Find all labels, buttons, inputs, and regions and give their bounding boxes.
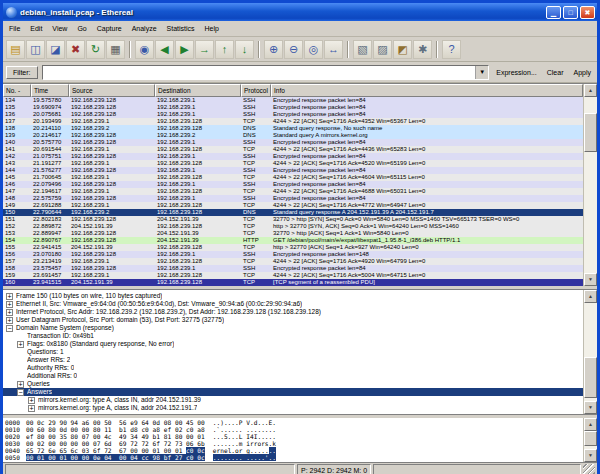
packet-row-155[interactable]: 15522.941415204.152.191.39192.168.239.12… bbox=[3, 244, 583, 251]
collapse-icon[interactable]: − bbox=[17, 389, 24, 396]
menu-edit[interactable]: Edit bbox=[25, 23, 47, 34]
coloring-rules-icon[interactable]: ◩ bbox=[393, 40, 412, 59]
packet-row-150[interactable]: 15022.790644192.168.239.2192.168.239.128… bbox=[3, 209, 583, 216]
column-header-info[interactable]: Info bbox=[271, 84, 583, 97]
hex-line[interactable]: 001000 60 80 0d 00 00 80 11 b1 d8 c0 a8 … bbox=[5, 426, 581, 433]
display-filters-icon[interactable]: ▨ bbox=[373, 40, 392, 59]
tree-node[interactable]: Questions: 1 bbox=[3, 348, 583, 356]
scroll-up-icon[interactable]: ▲ bbox=[584, 418, 597, 431]
packet-row-159[interactable]: 15923.691457192.168.239.1192.168.239.128… bbox=[3, 272, 583, 279]
menu-help[interactable]: Help bbox=[200, 23, 224, 34]
scroll-down-icon[interactable]: ▼ bbox=[584, 401, 597, 414]
tree-node[interactable]: −Domain Name System (response) bbox=[3, 324, 583, 332]
go-forward-icon[interactable]: ▶ bbox=[175, 40, 194, 59]
packet-row-136[interactable]: 13620.075681192.168.239.128192.168.239.1… bbox=[3, 111, 583, 118]
tree-node[interactable]: Authority RRs: 0 bbox=[3, 364, 583, 372]
expand-icon[interactable]: + bbox=[28, 397, 35, 404]
scrollbar-track[interactable] bbox=[584, 431, 597, 449]
go-to-packet-icon[interactable]: → bbox=[195, 40, 214, 59]
tree-node[interactable]: +Ethernet II, Src: Vmware_e9:64:0d (00:5… bbox=[3, 300, 583, 308]
packet-row-143[interactable]: 14321.191277192.168.239.1192.168.239.128… bbox=[3, 160, 583, 167]
column-header-time[interactable]: Time bbox=[31, 84, 69, 97]
packet-row-142[interactable]: 14221.075751192.168.239.128192.168.239.1… bbox=[3, 153, 583, 160]
capture-filters-icon[interactable]: ▧ bbox=[353, 40, 372, 59]
zoom-in-icon[interactable]: ⊕ bbox=[264, 40, 283, 59]
tree-node[interactable]: Answer RRs: 2 bbox=[3, 356, 583, 364]
filter-input[interactable] bbox=[43, 66, 476, 79]
tree-node[interactable]: +Frame 150 (110 bytes on wire, 110 bytes… bbox=[3, 292, 583, 300]
resize-columns-icon[interactable]: ↔ bbox=[324, 40, 343, 59]
details-scrollbar[interactable]: ▲ ▼ bbox=[583, 290, 597, 414]
expand-icon[interactable]: + bbox=[28, 405, 35, 412]
scrollbar-thumb[interactable] bbox=[584, 431, 597, 445]
clear-button[interactable]: Clear bbox=[544, 67, 567, 78]
tree-node[interactable]: +mirrors.kernel.org: type A, class IN, a… bbox=[3, 404, 583, 412]
expand-icon[interactable]: + bbox=[6, 309, 13, 316]
reload-icon[interactable]: ↻ bbox=[86, 40, 105, 59]
expand-icon[interactable]: + bbox=[17, 381, 24, 388]
help-icon[interactable]: ? bbox=[442, 40, 461, 59]
tree-node[interactable]: Transaction ID: 0x49b1 bbox=[3, 332, 583, 340]
scrollbar-track[interactable] bbox=[584, 97, 597, 273]
menu-go[interactable]: Go bbox=[72, 23, 91, 34]
packet-row-138[interactable]: 13820.214110192.168.239.2192.168.239.128… bbox=[3, 125, 583, 132]
packet-row-149[interactable]: 14922.691288192.168.239.1192.168.239.128… bbox=[3, 202, 583, 209]
menu-statistics[interactable]: Statistics bbox=[162, 23, 200, 34]
menu-analyze[interactable]: Analyze bbox=[127, 23, 162, 34]
tree-node[interactable]: +Internet Protocol, Src Addr: 192.168.23… bbox=[3, 308, 583, 316]
expression-button[interactable]: Expression... bbox=[493, 67, 539, 78]
zoom-out-icon[interactable]: ⊖ bbox=[284, 40, 303, 59]
preferences-icon[interactable]: ✱ bbox=[413, 40, 432, 59]
packet-row-153[interactable]: 15322.889947192.168.239.128204.152.191.3… bbox=[3, 230, 583, 237]
find-packet-icon[interactable]: ◉ bbox=[135, 40, 154, 59]
print-icon[interactable]: ▦ bbox=[106, 40, 125, 59]
packet-row-139[interactable]: 13920.214617192.168.239.128192.168.239.2… bbox=[3, 132, 583, 139]
expand-icon[interactable]: + bbox=[6, 301, 13, 308]
packet-list-scrollbar[interactable]: ▲ ▼ bbox=[583, 84, 597, 286]
packet-row-157[interactable]: 15723.213419192.168.239.1192.168.239.128… bbox=[3, 258, 583, 265]
tree-node[interactable]: +mirrors.kernel.org: type A, class IN, a… bbox=[3, 396, 583, 404]
tree-node[interactable]: +Flags: 0x8180 (Standard query response,… bbox=[3, 340, 583, 348]
hex-line[interactable]: 0020ef 80 00 35 80 07 00 4c 49 34 49 b1 … bbox=[5, 433, 581, 440]
packet-row-156[interactable]: 15623.070180192.168.239.128192.168.239.1… bbox=[3, 251, 583, 258]
packet-row-135[interactable]: 13519.690974192.168.239.128192.168.239.1… bbox=[3, 104, 583, 111]
scroll-up-icon[interactable]: ▲ bbox=[584, 290, 597, 303]
scrollbar-thumb[interactable] bbox=[584, 113, 597, 152]
column-header-destination[interactable]: Destination bbox=[155, 84, 241, 97]
go-back-icon[interactable]: ◀ bbox=[155, 40, 174, 59]
collapse-icon[interactable]: − bbox=[6, 325, 13, 332]
close-button[interactable]: ✖ bbox=[580, 6, 595, 19]
packet-row-137[interactable]: 13720.193499192.168.239.1192.168.239.128… bbox=[3, 118, 583, 125]
tree-node[interactable]: −Answers bbox=[3, 388, 583, 396]
column-header-source[interactable]: Source bbox=[69, 84, 155, 97]
packet-row-146[interactable]: 14622.079496192.168.239.128192.168.239.1… bbox=[3, 181, 583, 188]
packet-row-148[interactable]: 14822.575759192.168.239.128192.168.239.1… bbox=[3, 195, 583, 202]
packet-row-152[interactable]: 15222.889872204.152.191.39192.168.239.12… bbox=[3, 223, 583, 230]
hex-line[interactable]: 000000 0c 29 90 94 a6 00 50 56 e9 64 0d … bbox=[5, 419, 581, 426]
resize-grip[interactable] bbox=[583, 464, 595, 474]
hex-line[interactable]: 003000 02 00 00 00 00 07 6d 69 72 72 6f … bbox=[5, 440, 581, 447]
maximize-button[interactable]: □ bbox=[563, 6, 578, 19]
packet-row-134[interactable]: 13419.575780192.168.239.128192.168.239.1… bbox=[3, 97, 583, 104]
packet-row-154[interactable]: 15422.890767192.168.239.128204.152.191.3… bbox=[3, 237, 583, 244]
packet-row-151[interactable]: 15122.802183192.168.239.128204.152.191.3… bbox=[3, 216, 583, 223]
menu-view[interactable]: View bbox=[47, 23, 72, 34]
scrollbar-thumb[interactable] bbox=[584, 357, 597, 398]
packet-row-158[interactable]: 15823.575457192.168.239.128192.168.239.1… bbox=[3, 265, 583, 272]
hex-line[interactable]: 005000 01 00 01 00 00 0e 04 00 04 cc 98 … bbox=[5, 454, 581, 461]
expand-icon[interactable]: + bbox=[6, 293, 13, 300]
packet-row-144[interactable]: 14421.576277192.168.239.128192.168.239.1… bbox=[3, 167, 583, 174]
column-header-no[interactable]: No. - bbox=[3, 84, 31, 97]
hex-line[interactable]: 004065 72 6e 65 6c 03 6f 72 67 00 00 01 … bbox=[5, 447, 581, 454]
menu-capture[interactable]: Capture bbox=[92, 23, 127, 34]
filter-dropdown-icon[interactable]: ▼ bbox=[475, 66, 488, 79]
packet-row-141[interactable]: 14120.691544192.168.239.1192.168.239.128… bbox=[3, 146, 583, 153]
packet-row-160[interactable]: 16023.941515204.152.191.39192.168.239.12… bbox=[3, 279, 583, 286]
minimize-button[interactable]: ▁ bbox=[546, 6, 561, 19]
menu-file[interactable]: File bbox=[4, 23, 25, 34]
title-bar[interactable]: debian_install.pcap - Ethereal ▁ □ ✖ bbox=[3, 3, 597, 21]
scrollbar-track[interactable] bbox=[584, 303, 597, 401]
packet-row-140[interactable]: 14020.575770192.168.239.128192.168.239.1… bbox=[3, 139, 583, 146]
hex-scrollbar[interactable]: ▲ ▼ bbox=[583, 418, 597, 462]
save-as-icon[interactable]: ◪ bbox=[46, 40, 65, 59]
